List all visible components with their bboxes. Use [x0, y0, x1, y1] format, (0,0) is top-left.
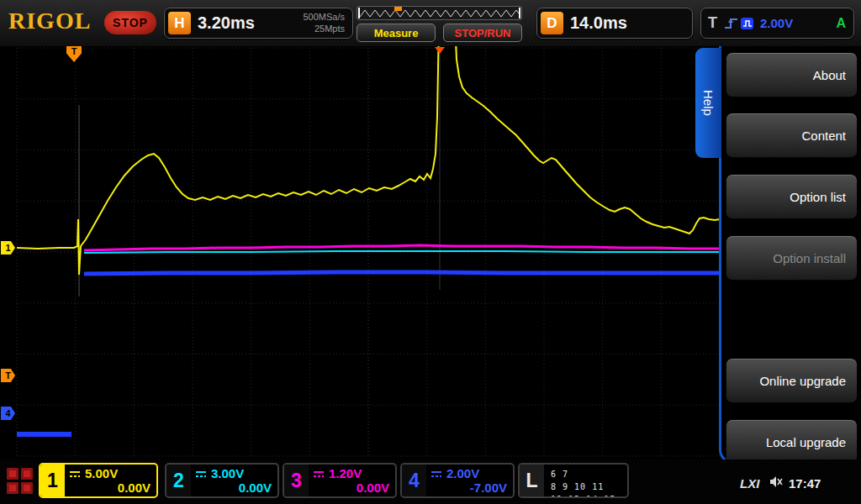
- channel-4-offset: -7.00V: [430, 480, 507, 495]
- red-square-icon: [21, 482, 33, 494]
- coupling-icon: [195, 470, 207, 478]
- menu-item-about[interactable]: About: [726, 52, 858, 97]
- red-square-icon: [7, 482, 18, 494]
- delay-d-icon: D: [541, 12, 563, 34]
- coupling-icon: [430, 470, 442, 478]
- menu-item-option-install[interactable]: Option install: [726, 235, 858, 281]
- waveform-plot: [0, 46, 721, 459]
- acquisition-status-badge: STOP: [104, 11, 156, 34]
- waveform-position-icon: [357, 7, 521, 19]
- digital-channel-list: 0 1 2 3 4 5 6 7 8 9 10 11 12 13 14 15: [544, 465, 627, 496]
- top-bar: RIGOL STOP H 3.20ms 500MSa/s 25Mpts Meas…: [0, 0, 861, 46]
- help-tab[interactable]: Help: [695, 48, 721, 158]
- all-channels-icon[interactable]: [7, 468, 33, 494]
- menu-item-local-upgrade[interactable]: Local upgrade: [726, 419, 858, 465]
- trigger-settings-box[interactable]: T 2.00V A: [700, 8, 854, 39]
- channel-4-scale: 2.00V: [446, 466, 479, 480]
- acquisition-rates: 500MSa/s 25Mpts: [303, 12, 345, 35]
- channel-4-values: 2.00V -7.00V: [426, 465, 513, 496]
- menu-item-online-upgrade[interactable]: Online upgrade: [726, 358, 858, 403]
- channel-2-offset: 0.00V: [195, 480, 272, 495]
- channel-1-box[interactable]: 1 5.00V 0.00V: [39, 463, 158, 498]
- channel-1-values: 5.00V 0.00V: [65, 465, 156, 496]
- channel-4-number: 4: [402, 465, 426, 496]
- menu-item-option-list[interactable]: Option list: [726, 174, 858, 219]
- channel-3-box[interactable]: 3 1.20V 0.00V: [283, 463, 397, 498]
- channel-1-offset: 0.00V: [69, 480, 151, 495]
- delay-value: 14.0ms: [570, 13, 627, 33]
- channel-4-box[interactable]: 4 2.00V -7.00V: [400, 463, 515, 498]
- menu-item-content[interactable]: Content: [726, 113, 858, 158]
- horizontal-h-icon: H: [168, 12, 191, 34]
- waveform-traces: [17, 46, 720, 434]
- trigger-t-label: T: [708, 14, 717, 32]
- trace-channel-3: [84, 245, 720, 250]
- red-square-icon: [7, 468, 18, 480]
- channel-2-scale: 3.00V: [211, 466, 244, 480]
- trace-channel-4: [84, 272, 720, 274]
- digital-row-2: 8 9 10 11 12 13 14 15: [551, 480, 621, 498]
- lxi-label: LXI: [740, 476, 759, 491]
- trigger-slope-icon: [723, 16, 740, 31]
- channel-3-values: 1.20V 0.00V: [309, 465, 395, 496]
- channel-2-number: 2: [166, 465, 191, 496]
- channel-3-offset: 0.00V: [313, 480, 389, 495]
- logic-label: L: [520, 465, 544, 496]
- coupling-icon: [69, 470, 81, 478]
- trigger-source-icon: [740, 16, 755, 31]
- delay-settings-box[interactable]: D 14.0ms: [536, 8, 693, 39]
- trigger-level-value: 2.00V: [760, 16, 793, 30]
- channel-3-number: 3: [284, 465, 309, 496]
- digital-channels-box[interactable]: L 0 1 2 3 4 5 6 7 8 9 10 11 12 13 14 15: [518, 463, 629, 498]
- channel-1-scale: 5.00V: [85, 466, 118, 480]
- clock: 17:47: [789, 476, 821, 491]
- rigol-logo: RIGOL: [8, 8, 91, 34]
- stop-run-button[interactable]: STOP/RUN: [443, 24, 522, 42]
- trigger-mode-indicator: A: [836, 16, 846, 31]
- bottom-status-bar: 1 5.00V 0.00V 2 3.00V 0.00V 3: [0, 459, 861, 504]
- channel-2-values: 3.00V 0.00V: [191, 465, 277, 496]
- delay-position-icon: [435, 47, 445, 54]
- memory-depth-value: 25Mpts: [303, 24, 345, 35]
- coupling-icon: [313, 470, 325, 478]
- channel-1-number: 1: [40, 465, 65, 496]
- red-square-icon: [21, 468, 33, 480]
- muted-speaker-icon: [769, 475, 784, 491]
- digital-row-1: 0 1 2 3 4 5 6 7: [551, 463, 621, 480]
- oscilloscope-screen: RIGOL STOP H 3.20ms 500MSa/s 25Mpts Meas…: [0, 0, 861, 504]
- memory-position-bar[interactable]: [357, 6, 522, 20]
- timebase-value: 3.20ms: [198, 13, 255, 33]
- horizontal-settings-box[interactable]: H 3.20ms 500MSa/s 25Mpts: [164, 8, 353, 39]
- waveform-display: 1 T 4 T: [0, 46, 721, 459]
- measure-button[interactable]: Measure: [357, 24, 436, 42]
- channel-2-box[interactable]: 2 3.00V 0.00V: [165, 463, 279, 498]
- sample-rate-value: 500MSa/s: [303, 12, 345, 24]
- trace-channel-1: [17, 46, 720, 275]
- trace-channel-2: [84, 251, 720, 253]
- channel-3-scale: 1.20V: [329, 466, 362, 480]
